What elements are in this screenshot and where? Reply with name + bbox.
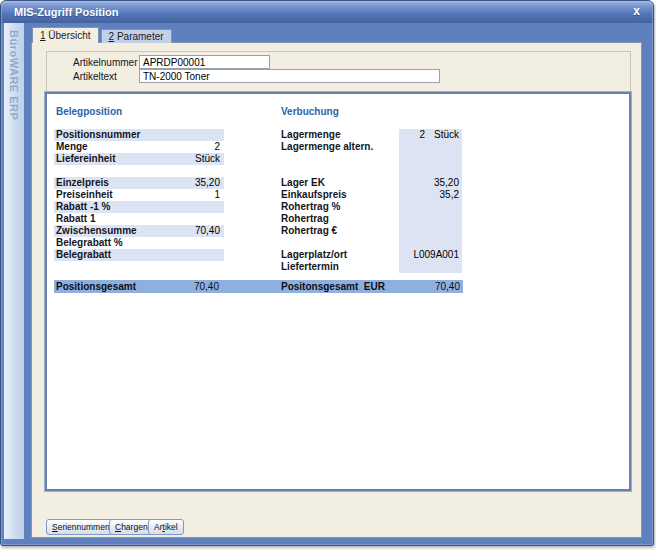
article-fieldgroup: Artikelnummer Artikeltext (46, 51, 631, 92)
total-right-label: Positonsgesamt EUR (281, 280, 385, 293)
table-row: Preiseinheit1Einkaufspreis35,2 (47, 189, 629, 201)
total-right-value: 70,40 (435, 280, 460, 293)
row-label: Belegrabatt (56, 249, 111, 261)
row-value: L009A001 (413, 249, 459, 261)
table-row: LiefereinheitStück (47, 153, 629, 165)
table-row: Liefertermin (47, 261, 629, 273)
article-text-input[interactable] (139, 69, 440, 83)
brand-text: BüroWARE ERP (8, 23, 20, 120)
row-value-block (399, 153, 462, 165)
row-value: 35,20 (434, 177, 459, 189)
table-row: Rabatt -1 %Rohertrag % (47, 201, 629, 213)
table-row: Zwischensumme70,40Rohertrag € (47, 225, 629, 237)
left-cell: Menge2 (54, 141, 224, 153)
left-cell: Einzelpreis35,20 (54, 177, 224, 189)
left-cell: Rabatt 1 (54, 213, 224, 225)
left-cell: LiefereinheitStück (54, 153, 224, 165)
left-cell: Belegrabatt (54, 249, 224, 261)
left-cell: Rabatt -1 % (54, 201, 224, 213)
table-row: Einzelpreis35,20Lager EK35,20 (47, 177, 629, 189)
seriennummern-button[interactable]: Seriennummern (46, 519, 118, 535)
position-total-bar: Positionsgesamt 70,40 Positonsgesamt EUR… (54, 280, 463, 293)
row-value-block: 35,20 (399, 177, 462, 189)
row-value-block: 35,2 (399, 189, 462, 201)
tab-bar: 1 Übersicht2 Parameter (32, 27, 172, 43)
row-unit: Stück (434, 129, 459, 141)
left-cell: Positionsnummer (54, 129, 224, 141)
window-title: MIS-Zugriff Position (14, 6, 118, 18)
row-label: Lagermenge altern. (281, 141, 373, 153)
row-label: Menge (56, 141, 88, 153)
artikel-button[interactable]: Artikel (148, 519, 184, 535)
section-title-verbuchung: Verbuchung (281, 106, 339, 117)
chargen-button[interactable]: Chargen (109, 519, 154, 535)
row-value: Stück (195, 153, 220, 165)
row-label: Rohertrag (281, 213, 329, 225)
row-label: Preiseinheit (56, 189, 113, 201)
row-label: Lagerplatz/ort (281, 249, 347, 261)
row-label: Belegrabatt % (56, 237, 123, 249)
row-value: 2 (419, 129, 425, 141)
row-value-block (399, 225, 462, 237)
article-text-label: Artikeltext (73, 71, 117, 82)
row-value-block (399, 261, 462, 273)
tab-1-bersicht[interactable]: 1 Übersicht (32, 27, 99, 43)
article-number-label: Artikelnummer (73, 57, 137, 68)
row-value-block (399, 213, 462, 225)
row-value-block (399, 237, 462, 249)
row-spacer (47, 165, 629, 177)
table-row: BelegrabattLagerplatz/ortL009A001 (47, 249, 629, 261)
row-label: Liefertermin (281, 261, 339, 273)
row-label: Rabatt 1 (56, 213, 95, 225)
row-value-block (399, 201, 462, 213)
left-cell (54, 261, 224, 273)
section-title-belegposition: Belegposition (56, 106, 122, 117)
row-value-block (399, 141, 462, 153)
title-bar: MIS-Zugriff Position x (1, 1, 653, 23)
row-label: Liefereinheit (56, 153, 115, 165)
tab-2-parameter[interactable]: 2 Parameter (101, 29, 172, 43)
left-cell: Preiseinheit1 (54, 189, 224, 201)
content-panel: Artikelnummer Artikeltext Belegposition … (31, 42, 642, 538)
left-cell: Zwischensumme70,40 (54, 225, 224, 237)
row-value-block: 2Stück (399, 129, 462, 141)
row-label: Rabatt -1 % (56, 201, 110, 213)
table-row: Rabatt 1Rohertrag (47, 213, 629, 225)
row-label: Rohertrag % (281, 201, 340, 213)
row-label: Positionsnummer (56, 129, 140, 141)
row-value: 1 (214, 189, 220, 201)
position-detail-panel: Belegposition Verbuchung Positionsnummer… (45, 92, 631, 491)
total-left-value: 70,40 (54, 280, 219, 293)
app-window: MIS-Zugriff Position x BüroWARE ERP 1 Üb… (0, 0, 654, 546)
row-value: 70,40 (195, 225, 220, 237)
left-cell: Belegrabatt % (54, 237, 224, 249)
row-label: Einzelpreis (56, 177, 109, 189)
row-label: Zwischensumme (56, 225, 137, 237)
detail-rows: PositionsnummerLagermenge2StückMenge2Lag… (47, 129, 629, 273)
table-row: PositionsnummerLagermenge2Stück (47, 129, 629, 141)
row-label: Lagermenge (281, 129, 340, 141)
row-value: 35,2 (440, 189, 459, 201)
row-label: Lager EK (281, 177, 325, 189)
row-value-block: L009A001 (399, 249, 462, 261)
article-number-input[interactable] (139, 55, 270, 69)
row-label: Rohertrag € (281, 225, 337, 237)
close-icon[interactable]: x (629, 4, 644, 19)
row-value: 35,20 (195, 177, 220, 189)
brand-strip: BüroWARE ERP (4, 23, 24, 539)
row-value: 2 (214, 141, 220, 153)
row-label: Einkaufspreis (281, 189, 347, 201)
table-row: Menge2Lagermenge altern. (47, 141, 629, 153)
table-row: Belegrabatt % (47, 237, 629, 249)
